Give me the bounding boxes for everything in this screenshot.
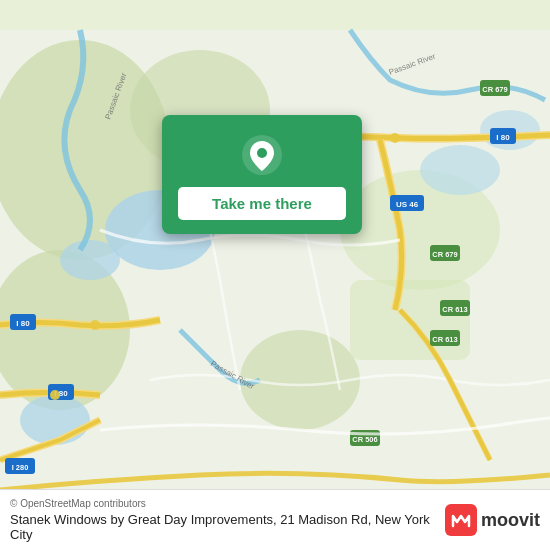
moovit-brand-text: moovit xyxy=(481,510,540,531)
svg-text:US 46: US 46 xyxy=(396,200,419,209)
take-me-there-button[interactable]: Take me there xyxy=(178,187,346,220)
svg-text:I 80: I 80 xyxy=(496,133,510,142)
popup-card: Take me there xyxy=(162,115,362,234)
svg-point-10 xyxy=(420,145,500,195)
location-pin-icon xyxy=(240,133,284,177)
svg-text:CR 679: CR 679 xyxy=(482,85,507,94)
map-container: I 80 I 80 I 80 I 80 I 280 US 46 CR xyxy=(0,0,550,550)
svg-text:CR 506: CR 506 xyxy=(352,435,377,444)
location-label: Stanek Windows by Great Day Improvements… xyxy=(10,512,445,542)
svg-point-9 xyxy=(20,395,90,445)
bottom-bar-info: © OpenStreetMap contributors Stanek Wind… xyxy=(10,498,445,542)
osm-attribution: © OpenStreetMap contributors xyxy=(10,498,445,509)
moovit-logo: moovit xyxy=(445,504,540,536)
svg-text:I 80: I 80 xyxy=(16,319,30,328)
svg-text:CR 679: CR 679 xyxy=(432,250,457,259)
svg-point-39 xyxy=(390,133,400,143)
map-background: I 80 I 80 I 80 I 80 I 280 US 46 CR xyxy=(0,0,550,550)
svg-text:CR 613: CR 613 xyxy=(432,335,457,344)
svg-text:I 280: I 280 xyxy=(12,463,29,472)
svg-point-41 xyxy=(257,148,267,158)
svg-point-8 xyxy=(60,240,120,280)
svg-point-38 xyxy=(50,390,60,400)
bottom-bar: © OpenStreetMap contributors Stanek Wind… xyxy=(0,489,550,550)
moovit-brand-icon xyxy=(445,504,477,536)
svg-text:CR 613: CR 613 xyxy=(442,305,467,314)
svg-point-37 xyxy=(90,320,100,330)
svg-rect-42 xyxy=(445,504,477,536)
